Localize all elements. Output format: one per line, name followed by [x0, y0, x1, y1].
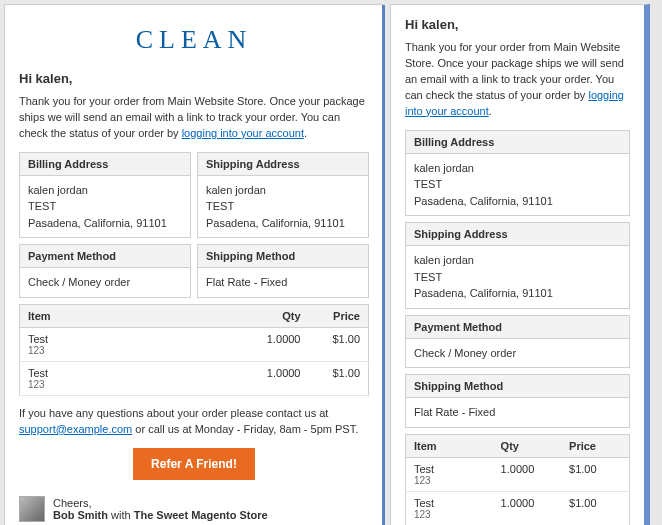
item-name: Test	[28, 333, 241, 345]
account-link[interactable]: logging into your account	[182, 127, 304, 139]
shipping-method-box: Shipping Method Flat Rate - Fixed	[405, 374, 630, 428]
col-price: Price	[309, 304, 369, 327]
table-row: Test123 1.0000 $1.00	[20, 361, 369, 395]
shipping-city: Pasadena, California, 91101	[206, 215, 360, 232]
item-name: Test	[28, 367, 241, 379]
table-row: Test123 1.0000 $1.00	[20, 327, 369, 361]
billing-city: Pasadena, California, 91101	[414, 193, 621, 210]
contact-text: If you have any questions about your ord…	[19, 406, 369, 438]
col-price: Price	[561, 434, 629, 457]
item-qty: 1.0000	[249, 327, 309, 361]
intro-text: Thank you for your order from Main Websi…	[19, 94, 369, 142]
item-sku: 123	[414, 509, 485, 520]
contact-post: or call us at Monday - Friday, 8am - 5pm…	[132, 423, 358, 435]
shipping-address-box: Shipping Address kalen jordan TEST Pasad…	[197, 152, 369, 239]
item-sku: 123	[28, 379, 241, 390]
shipping-name: kalen jordan	[414, 252, 621, 269]
avatar	[19, 496, 45, 522]
billing-line2: TEST	[28, 198, 182, 215]
shipmethod-body: Flat Rate - Fixed	[406, 398, 629, 427]
order-items-table: Item Qty Price Test123 1.0000 $1.00 Test…	[405, 434, 630, 525]
payment-method-box: Payment Method Check / Money order	[405, 315, 630, 369]
item-price: $1.00	[561, 491, 629, 525]
shipmethod-head: Shipping Method	[198, 245, 368, 268]
shipping-method-box: Shipping Method Flat Rate - Fixed	[197, 244, 369, 298]
footer-with: with	[108, 509, 134, 521]
col-qty: Qty	[249, 304, 309, 327]
payment-body: Check / Money order	[406, 339, 629, 368]
brand-logo: CLEAN	[19, 25, 369, 55]
intro-text: Thank you for your order from Main Websi…	[405, 40, 630, 120]
intro-suffix: .	[304, 127, 307, 139]
item-name: Test	[414, 497, 485, 509]
payment-head: Payment Method	[406, 316, 629, 339]
billing-city: Pasadena, California, 91101	[28, 215, 182, 232]
footer-cheers: Cheers,	[53, 497, 268, 509]
item-price: $1.00	[309, 361, 369, 395]
item-price: $1.00	[309, 327, 369, 361]
footer-name: Bob Smith	[53, 509, 108, 521]
intro-suffix: .	[489, 105, 492, 117]
email-mobile-preview: Hi kalen, Thank you for your order from …	[390, 4, 650, 525]
email-desktop-preview: CLEAN Hi kalen, Thank you for your order…	[4, 4, 384, 525]
table-row: Test123 1.0000 $1.00	[406, 457, 630, 491]
shipping-city: Pasadena, California, 91101	[414, 285, 621, 302]
payment-method-box: Payment Method Check / Money order	[19, 244, 191, 298]
support-email-link[interactable]: support@example.com	[19, 423, 132, 435]
shipmethod-head: Shipping Method	[406, 375, 629, 398]
shipping-line2: TEST	[206, 198, 360, 215]
refer-friend-button[interactable]: Refer A Friend!	[133, 448, 255, 480]
col-item: Item	[406, 434, 493, 457]
billing-line2: TEST	[414, 176, 621, 193]
shipping-name: kalen jordan	[206, 182, 360, 199]
order-items-table: Item Qty Price Test123 1.0000 $1.00 Test…	[19, 304, 369, 396]
billing-name: kalen jordan	[414, 160, 621, 177]
email-footer: Cheers, Bob Smith with The Sweet Magento…	[19, 496, 369, 522]
item-sku: 123	[28, 345, 241, 356]
shipping-head: Shipping Address	[198, 153, 368, 176]
shipping-line2: TEST	[414, 269, 621, 286]
billing-head: Billing Address	[20, 153, 190, 176]
item-sku: 123	[414, 475, 485, 486]
greeting: Hi kalen,	[19, 71, 369, 86]
col-item: Item	[20, 304, 249, 327]
contact-pre: If you have any questions about your ord…	[19, 407, 328, 419]
table-row: Test123 1.0000 $1.00	[406, 491, 630, 525]
footer-store: The Sweet Magento Store	[134, 509, 268, 521]
col-qty: Qty	[493, 434, 561, 457]
billing-head: Billing Address	[406, 131, 629, 154]
item-qty: 1.0000	[493, 491, 561, 525]
payment-head: Payment Method	[20, 245, 190, 268]
item-qty: 1.0000	[493, 457, 561, 491]
payment-body: Check / Money order	[20, 268, 190, 297]
item-qty: 1.0000	[249, 361, 309, 395]
shipmethod-body: Flat Rate - Fixed	[198, 268, 368, 297]
shipping-head: Shipping Address	[406, 223, 629, 246]
scroll-track	[382, 5, 385, 525]
item-price: $1.00	[561, 457, 629, 491]
greeting: Hi kalen,	[405, 17, 630, 32]
shipping-address-box: Shipping Address kalen jordan TEST Pasad…	[405, 222, 630, 309]
billing-address-box: Billing Address kalen jordan TEST Pasade…	[405, 130, 630, 217]
item-name: Test	[414, 463, 485, 475]
billing-name: kalen jordan	[28, 182, 182, 199]
billing-address-box: Billing Address kalen jordan TEST Pasade…	[19, 152, 191, 239]
